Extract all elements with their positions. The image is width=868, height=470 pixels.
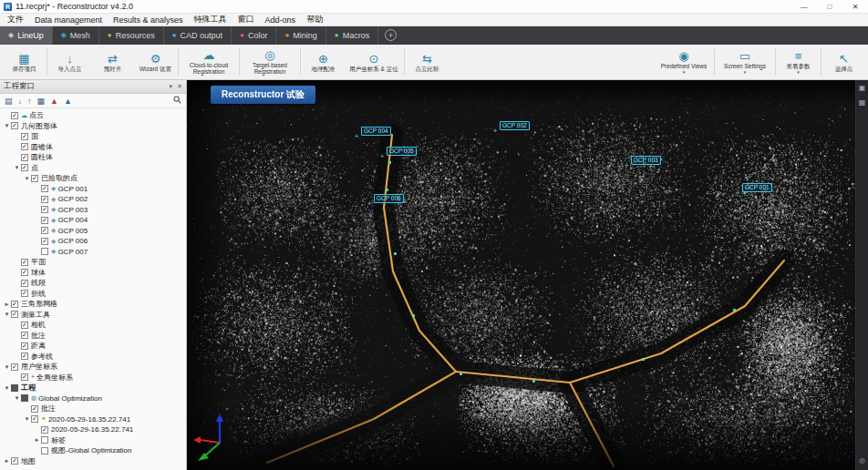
menu-item[interactable]: 窗口: [232, 14, 260, 26]
pre-align-button[interactable]: ⇄预对齐: [91, 45, 134, 79]
tree-checkbox[interactable]: ✓: [41, 426, 48, 434]
tree-checkbox[interactable]: ✓: [21, 342, 28, 350]
ucs-position-button[interactable]: ⊙用户坐标系 & 定位: [345, 45, 403, 79]
tree-checkbox[interactable]: ✓: [21, 280, 28, 287]
tree-checkbox[interactable]: ✓: [11, 363, 18, 371]
close-panel-icon[interactable]: ✕: [177, 83, 182, 90]
tree-checkbox[interactable]: ✓: [21, 290, 28, 297]
tree-checkbox[interactable]: ✓: [21, 133, 28, 140]
tree-checkbox[interactable]: ✓: [21, 332, 28, 339]
screen-settings-button[interactable]: ▭Screen Settings▾: [716, 45, 774, 79]
georeference-button[interactable]: ⊕地理配准: [302, 45, 345, 79]
panel-new-icon[interactable]: ▦: [37, 97, 46, 106]
tree-checkbox[interactable]: ✓: [11, 301, 18, 308]
tree-checkbox[interactable]: ✓: [21, 322, 28, 329]
tree-row[interactable]: ✓线段: [0, 278, 186, 289]
tree-row[interactable]: ▾✓✦2020-05-29-16.35.22.741: [0, 414, 186, 425]
tree-checkbox[interactable]: ✓: [31, 415, 38, 423]
close-button[interactable]: ✕: [842, 0, 868, 13]
wizard-settings-button[interactable]: ⚙Wizard 设置: [134, 45, 177, 79]
tree-row[interactable]: ✓◈GCP 002: [0, 194, 186, 205]
restore-view-icon[interactable]: ▣: [859, 84, 866, 92]
tree-row[interactable]: ▸标签: [0, 435, 186, 446]
tree-row[interactable]: ✓◈GCP 003: [0, 205, 186, 216]
tree-row[interactable]: ▾工程: [0, 383, 186, 393]
tree-checkbox[interactable]: ✓: [11, 122, 18, 129]
tree-row[interactable]: ▸✓三角形网格: [0, 299, 186, 310]
tree-checkbox[interactable]: ✓: [21, 154, 28, 161]
collapse-icon[interactable]: ▾: [23, 415, 31, 423]
tree-checkbox[interactable]: ✓: [21, 373, 28, 381]
tree-checkbox[interactable]: ✓: [41, 185, 48, 192]
tree-row[interactable]: ▾✓用户坐标系: [0, 362, 186, 373]
menu-item[interactable]: Data management: [29, 15, 108, 25]
cloud-to-cloud-button[interactable]: ☁Cloud-to-cloud Registration: [180, 45, 238, 79]
tree-row[interactable]: ✓距离: [0, 341, 186, 352]
tree-row[interactable]: ✓圆柱体: [0, 152, 186, 163]
tree-checkbox[interactable]: ✓: [31, 175, 38, 182]
panel-import-icon[interactable]: ↓: [18, 97, 23, 106]
tree-row[interactable]: ▾✓测量工具: [0, 310, 186, 321]
view-params-button[interactable]: ≡查看参数▾: [777, 45, 820, 79]
tree-row[interactable]: ✓面: [0, 131, 186, 142]
predefined-views-button[interactable]: ◉Predefined Views▾: [655, 45, 713, 79]
tree-checkbox[interactable]: [11, 384, 18, 392]
tree-checkbox[interactable]: ✓: [11, 311, 18, 318]
collapse-icon[interactable]: ▾: [13, 164, 21, 171]
tree-checkbox[interactable]: ✓: [11, 457, 18, 465]
save-project-button[interactable]: ▦保存项目: [3, 45, 46, 79]
minimize-button[interactable]: —: [791, 0, 817, 13]
tree-row[interactable]: ✓平面: [0, 257, 186, 268]
tree-checkbox[interactable]: ✓: [21, 143, 28, 150]
tree-row[interactable]: ✓◈GCP 001: [0, 184, 186, 195]
tree-row[interactable]: ✓2020-05-29-16.35.22.741: [0, 424, 186, 435]
tree-row[interactable]: ✓批注: [0, 404, 186, 414]
tree-checkbox[interactable]: ✓: [41, 217, 48, 224]
expand-icon[interactable]: ▸: [3, 301, 11, 308]
cloud-compare-button[interactable]: ⇆点云比较: [406, 45, 449, 79]
tab-color[interactable]: ●Color: [232, 26, 276, 45]
grid-view-icon[interactable]: ▦: [859, 98, 866, 107]
tree-checkbox[interactable]: ✓: [41, 206, 48, 213]
collapse-icon[interactable]: ▾: [3, 363, 11, 371]
panel-export-icon[interactable]: ▤: [5, 97, 13, 106]
tree-checkbox[interactable]: ✓: [11, 112, 18, 119]
tree-checkbox[interactable]: ✓: [41, 238, 48, 245]
tree-row[interactable]: ✓折线: [0, 289, 186, 300]
tree-checkbox[interactable]: ✓: [21, 259, 28, 266]
target-based-button[interactable]: ◎Target-based Registration: [241, 45, 299, 79]
flag-red-icon[interactable]: ▲: [50, 97, 58, 106]
tree-row[interactable]: ✓球体: [0, 268, 186, 279]
tree-row[interactable]: ✓◈GCP 005: [0, 226, 186, 237]
add-tab-button[interactable]: +: [385, 29, 397, 41]
tab-lineup[interactable]: ◈LineUp: [0, 26, 53, 45]
collapse-icon[interactable]: ▾: [13, 394, 21, 402]
collapse-icon[interactable]: ▾: [3, 311, 11, 318]
tab-resources[interactable]: ●Resources: [99, 26, 164, 45]
tree-row[interactable]: ✓+全局坐标系: [0, 373, 186, 383]
tree-checkbox[interactable]: [41, 447, 48, 455]
menu-item[interactable]: 帮助: [301, 14, 328, 26]
import-cloud-button[interactable]: ↓导入点云: [48, 45, 91, 79]
collapse-icon[interactable]: ▾: [3, 384, 11, 392]
expand-icon[interactable]: ▸: [33, 436, 41, 444]
tree-checkbox[interactable]: ✓: [41, 227, 48, 234]
tree-checkbox[interactable]: [41, 436, 48, 444]
orbit-icon[interactable]: ◎: [859, 456, 865, 465]
tab-macros[interactable]: ●Macros: [326, 26, 378, 45]
menu-item[interactable]: 特殊工具: [189, 14, 232, 26]
menu-item[interactable]: Add-ons: [260, 15, 302, 25]
tree-row[interactable]: ▾✓已拾取的点: [0, 173, 186, 184]
search-icon[interactable]: [173, 96, 181, 106]
tree-row[interactable]: ▾✓点: [0, 163, 186, 174]
tree-row[interactable]: ✓◈GCP 004: [0, 215, 186, 226]
tree-checkbox[interactable]: [21, 394, 28, 402]
tree-checkbox[interactable]: ✓: [41, 196, 48, 203]
tree-checkbox[interactable]: ✓: [21, 269, 28, 276]
tree-row[interactable]: ▾◍Global Optimization: [0, 393, 186, 404]
tree-row[interactable]: ◈GCP 007: [0, 247, 186, 258]
tree-row[interactable]: ✓☁点云: [0, 110, 186, 121]
tab-mesh[interactable]: ◈Mesh: [53, 26, 99, 45]
tree-row[interactable]: 视图-Global Optimization: [0, 445, 186, 456]
tree-checkbox[interactable]: ✓: [31, 405, 38, 413]
